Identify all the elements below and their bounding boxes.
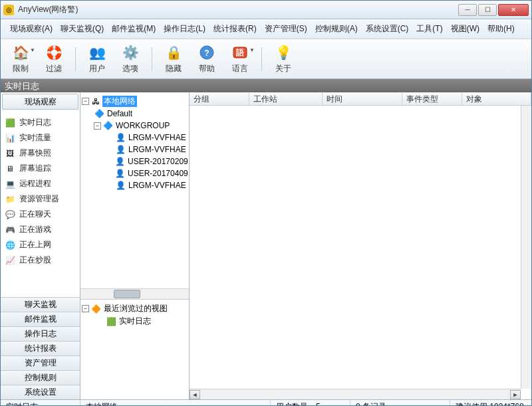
nav-stocks[interactable]: 📈正在炒股 <box>2 253 78 268</box>
log-icon: 🟩 <box>106 316 116 327</box>
limit-button[interactable]: 🏠限制▼ <box>6 42 35 76</box>
nav-browsing[interactable]: 🌐正在上网 <box>2 237 78 253</box>
log-icon: 🟩 <box>5 118 15 128</box>
menu-log[interactable]: 操作日志(L) <box>160 22 209 36</box>
group-icon: 🔷 <box>94 108 104 119</box>
tree-host[interactable]: 👤LRGM-VVFHAE <box>115 144 188 155</box>
tree-recent-root[interactable]: −🔶最近浏览过的视图 <box>82 302 188 315</box>
status-bar: 实时日志 本地网络 用户数量：5 0 条记录 建议使用 1024*768 <box>1 399 531 406</box>
recent-tree: −🔶最近浏览过的视图 🟩实时日志 <box>80 300 189 399</box>
nav-scene-button[interactable]: 现场观察 <box>2 94 78 110</box>
nav-realtime-log[interactable]: 🟩实时日志 <box>2 115 78 130</box>
dropdown-arrow-icon: ▼ <box>30 47 35 53</box>
user-icon: 👤 <box>115 156 125 167</box>
nav-remote-proc[interactable]: 💻远程进程 <box>2 176 78 191</box>
filter-button[interactable]: 🛟过滤 <box>39 42 68 76</box>
cat-settings[interactable]: 系统设置 <box>1 385 80 399</box>
chart-icon: 📊 <box>5 133 15 144</box>
dropdown-arrow-icon: ▼ <box>249 47 255 53</box>
nav-item-list: 🟩实时日志 📊实时流量 🖼屏幕快照 🖥屏幕追踪 💻远程进程 📁资源管理器 💬正在… <box>1 111 80 297</box>
nav-screen-track[interactable]: 🖥屏幕追踪 <box>2 161 78 176</box>
lang-button[interactable]: 語语言▼ <box>225 42 255 76</box>
app-icon: ◎ <box>3 5 14 15</box>
nav-screenshot[interactable]: 🖼屏幕快照 <box>2 146 78 161</box>
status-network: 本地网络 <box>80 400 271 406</box>
tree-default[interactable]: 🔷Default <box>94 108 188 120</box>
status-users: 用户数量：5 <box>271 400 350 406</box>
separator <box>152 47 152 71</box>
col-time[interactable]: 时间 <box>323 92 402 105</box>
separator <box>261 47 262 71</box>
network-icon: 🖧 <box>90 96 101 107</box>
stock-icon: 📈 <box>5 255 15 266</box>
window-title: AnyView(网络警) <box>18 4 458 15</box>
gamepad-icon: 🎮 <box>5 225 15 235</box>
maximize-button[interactable]: ☐ <box>478 4 497 16</box>
menu-settings[interactable]: 系统设置(C) <box>362 22 413 36</box>
tree-workgroup[interactable]: −🔷WORKGROUP <box>94 120 188 132</box>
status-records: 0 条记录 <box>350 400 450 406</box>
grid-body: ◄ ► <box>190 106 531 399</box>
horizontal-scrollbar[interactable]: ◄ ► <box>190 389 521 399</box>
tree-root[interactable]: −🖧本地网络 <box>82 95 188 108</box>
menu-rules[interactable]: 控制规则(A) <box>311 22 362 36</box>
scroll-track[interactable] <box>200 390 510 399</box>
help-button[interactable]: ?帮助 <box>192 42 221 76</box>
nav-gaming[interactable]: 🎮正在游戏 <box>2 222 78 237</box>
grid-header: 分组 工作站 时间 事件类型 对象 <box>190 92 531 106</box>
vertical-scrollbar[interactable] <box>521 106 531 389</box>
menu-view[interactable]: 视图(W) <box>447 22 483 36</box>
cat-report[interactable]: 统计报表 <box>1 341 80 355</box>
cat-asset[interactable]: 资产管理 <box>1 355 80 370</box>
user-icon: 👤 <box>115 180 126 191</box>
scroll-thumb[interactable] <box>114 290 140 298</box>
toolbar: 🏠限制▼ 🛟过滤 👥用户 ⚙️选项 🔒隐藏 ?帮助 語语言▼ 💡关于 <box>1 39 531 79</box>
nav-chatting[interactable]: 💬正在聊天 <box>2 207 78 222</box>
menu-chat[interactable]: 聊天监视(Q) <box>57 22 108 36</box>
collapse-icon[interactable]: − <box>82 98 89 105</box>
lock-icon: 🔒 <box>164 43 183 62</box>
menu-scene[interactable]: 现场观察(A) <box>6 22 57 36</box>
cat-chat[interactable]: 聊天监视 <box>1 297 80 312</box>
menu-tools[interactable]: 工具(T) <box>412 22 446 36</box>
cat-rules[interactable]: 控制规则 <box>1 370 80 385</box>
nav-explorer[interactable]: 📁资源管理器 <box>2 191 78 207</box>
tree-host[interactable]: 👤LRGM-VVFHAE <box>115 179 188 191</box>
col-group[interactable]: 分组 <box>190 92 249 105</box>
minimize-button[interactable]: ─ <box>458 4 477 16</box>
svg-text:?: ? <box>204 49 209 58</box>
title-bar: ◎ AnyView(网络警) ─ ☐ ✕ <box>1 1 531 19</box>
col-event[interactable]: 事件类型 <box>402 92 462 105</box>
group-icon: 🔷 <box>102 120 113 131</box>
about-button[interactable]: 💡关于 <box>269 42 298 76</box>
menu-bar: 现场观察(A) 聊天监视(Q) 邮件监视(M) 操作日志(L) 统计报表(R) … <box>1 19 531 39</box>
cat-mail[interactable]: 邮件监视 <box>1 312 80 326</box>
scroll-right-icon[interactable]: ► <box>510 390 521 399</box>
col-workstation[interactable]: 工作站 <box>249 92 323 105</box>
tree-host[interactable]: 👤LRGM-VVFHAE <box>115 132 188 144</box>
hide-button[interactable]: 🔒隐藏 <box>159 42 188 76</box>
network-tree: −🖧本地网络 🔷Default −🔷WORKGROUP 👤LRGM-VVFHAE… <box>80 92 189 300</box>
menu-help[interactable]: 帮助(H) <box>483 22 519 36</box>
tree-recent-item[interactable]: 🟩实时日志 <box>106 315 188 328</box>
svg-text:語: 語 <box>235 48 244 57</box>
nav-realtime-traffic[interactable]: 📊实时流量 <box>2 130 78 146</box>
menu-mail[interactable]: 邮件监视(M) <box>108 22 160 36</box>
tree-host[interactable]: 👤USER-20170209 <box>115 155 188 167</box>
language-icon: 語 <box>231 43 249 62</box>
user-button[interactable]: 👥用户 <box>82 42 112 76</box>
tree-host[interactable]: 👤USER-20170409 <box>115 167 188 179</box>
nav-panel: 现场观察 🟩实时日志 📊实时流量 🖼屏幕快照 🖥屏幕追踪 💻远程进程 📁资源管理… <box>1 92 80 399</box>
cat-log[interactable]: 操作日志 <box>1 326 80 341</box>
options-button[interactable]: ⚙️选项 <box>116 42 145 76</box>
close-button[interactable]: ✕ <box>498 4 529 16</box>
folder-icon: 📁 <box>5 194 15 205</box>
menu-asset[interactable]: 资产管理(S) <box>261 22 311 36</box>
menu-report[interactable]: 统计报表(R) <box>209 22 261 36</box>
bulb-icon: 💡 <box>274 43 293 62</box>
horizontal-scrollbar[interactable] <box>80 288 189 299</box>
collapse-icon[interactable]: − <box>82 305 89 312</box>
collapse-icon[interactable]: − <box>94 122 101 130</box>
col-object[interactable]: 对象 <box>462 92 531 105</box>
scroll-left-icon[interactable]: ◄ <box>190 390 200 399</box>
